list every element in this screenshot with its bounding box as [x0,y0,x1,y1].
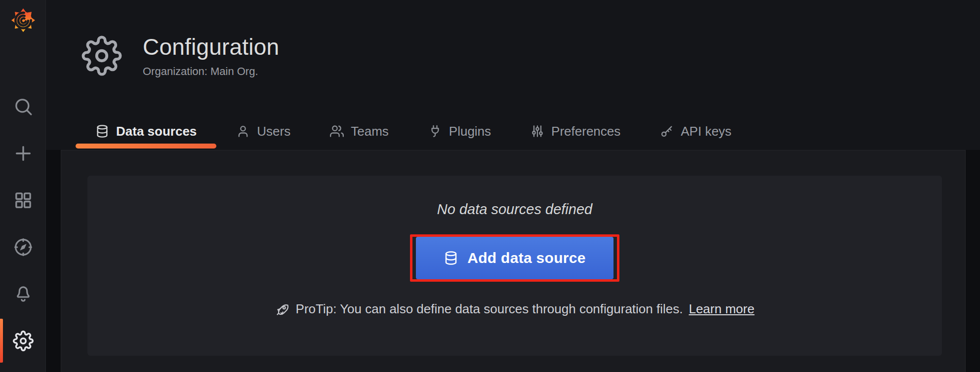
tab-preferences[interactable]: Preferences [511,112,640,150]
database-icon [95,124,109,138]
protip-text: ProTip: You can also define data sources… [296,301,683,317]
add-data-source-label: Add data source [467,250,586,266]
tab-teams[interactable]: Teams [310,112,408,150]
tab-plugins[interactable]: Plugins [408,112,511,150]
data-sources-empty-card: No data sources defined Add data source [87,176,942,356]
rocket-icon [275,302,290,317]
search-icon [13,97,33,116]
tab-bar: Data sources Users Teams [46,112,980,150]
configuration-gear-icon [82,36,122,76]
sidebar-item-explore[interactable] [0,223,46,270]
tab-data-sources[interactable]: Data sources [76,112,216,150]
page-subtitle: Organization: Main Org. [143,65,279,78]
plus-icon [13,144,33,163]
tab-content: No data sources defined Add data source [61,150,966,372]
tab-api-keys[interactable]: API keys [640,112,751,150]
bell-icon [13,284,33,304]
dashboards-icon [13,190,33,210]
page-title: Configuration [143,34,279,60]
key-icon [660,124,674,138]
tab-label: Plugins [449,124,491,139]
sliders-icon [531,124,544,138]
page-header: Configuration Organization: Main Org. [82,34,279,78]
annotation-highlight-box: Add data source [410,234,619,282]
sidebar-item-configuration[interactable] [0,317,46,364]
compass-icon [13,237,34,258]
page-titles: Configuration Organization: Main Org. [143,34,279,78]
tab-label: Data sources [116,124,197,139]
content-region: No data sources defined Add data source [46,150,980,372]
page-header-band: Configuration Organization: Main Org. Da… [46,0,980,150]
sidebar-item-dashboards[interactable] [0,177,46,223]
tab-users[interactable]: Users [216,112,310,150]
grafana-logo-icon [11,8,36,33]
plug-icon [428,124,442,138]
tab-label: Preferences [551,124,620,139]
sidebar-nav [0,83,46,364]
users-icon [330,124,344,138]
database-icon [444,251,458,265]
empty-state-message: No data sources defined [437,201,592,218]
gear-icon [13,331,34,351]
sidebar [0,0,46,372]
tab-label: Users [257,124,290,139]
tab-label: API keys [681,124,732,139]
sidebar-item-create[interactable] [0,130,46,177]
protip: ProTip: You can also define data sources… [275,301,755,317]
grafana-logo[interactable] [0,8,46,33]
user-icon [236,124,250,138]
add-data-source-button[interactable]: Add data source [416,237,613,279]
sidebar-item-search[interactable] [0,83,46,130]
learn-more-link[interactable]: Learn more [689,301,754,317]
sidebar-item-alerting[interactable] [0,270,46,317]
tab-label: Teams [351,124,389,139]
